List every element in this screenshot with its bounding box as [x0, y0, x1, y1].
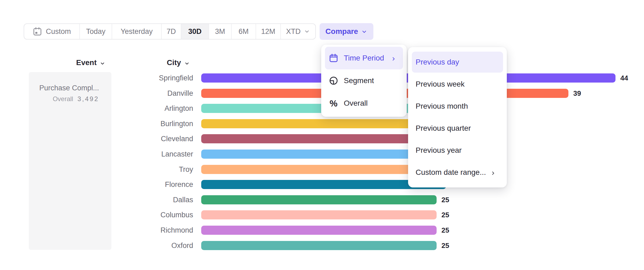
date-range-label: XTD [286, 27, 301, 36]
event-column-header[interactable]: Event [76, 58, 105, 68]
compare-button[interactable]: Compare [320, 23, 373, 40]
bar-label-troy: Troy [115, 165, 193, 174]
submenu-item-custom-date-range[interactable]: Custom date range... [412, 162, 503, 183]
bar-label-florence: Florence [115, 180, 193, 189]
bar-dallas[interactable] [201, 195, 437, 204]
date-range-6m[interactable]: 6M [232, 24, 256, 39]
submenu-item-label: Custom date range... [416, 168, 486, 177]
date-range-7d[interactable]: 7D [162, 24, 181, 39]
date-range-yesterday[interactable]: Yesterday [112, 24, 162, 39]
bar-value-springfield: 44 [620, 73, 628, 83]
submenu-item-previous-year[interactable]: Previous year [412, 140, 503, 161]
submenu-item-label: Previous week [416, 80, 465, 88]
date-range-label: 12M [261, 27, 275, 36]
menu-item-overall[interactable]: %Overall [325, 92, 403, 115]
bar-label-danville: Danville [115, 89, 193, 98]
chevron-down-icon [361, 28, 367, 35]
date-range-3m[interactable]: 3M [209, 24, 232, 39]
bar-richmond[interactable] [201, 226, 437, 235]
bar-label-dallas: Dallas [115, 195, 193, 204]
bar-label-columbus: Columbus [115, 210, 193, 219]
event-metric-label: Overall [53, 95, 73, 102]
bar-value-dallas: 25 [441, 195, 449, 204]
calendar-icon [33, 27, 42, 36]
bar-label-cleveland: Cleveland [115, 134, 193, 143]
date-range-12m[interactable]: 12M [256, 24, 281, 39]
bar-value-columbus: 25 [441, 210, 449, 219]
menu-item-segment[interactable]: Segment [325, 69, 403, 92]
date-range-label: Today [86, 27, 105, 36]
menu-item-time-period[interactable]: Time Period [325, 47, 403, 69]
submenu-item-label: Previous month [416, 102, 468, 111]
bar-label-oxford: Oxford [115, 241, 193, 250]
bar-label-richmond: Richmond [115, 226, 193, 235]
date-range-custom[interactable]: Custom [24, 24, 80, 39]
event-card[interactable]: Purchase Compl... Overall3,492 [29, 72, 111, 250]
menu-item-label: Time Period [344, 54, 384, 62]
event-name: Purchase Compl... [34, 83, 99, 93]
percent-icon: % [329, 98, 338, 108]
submenu-item-label: Previous day [416, 58, 459, 66]
submenu-item-label: Previous quarter [416, 124, 471, 133]
chevron-down-icon [304, 28, 310, 35]
date-range-label: 3M [215, 27, 225, 36]
city-header-label: City [167, 58, 181, 67]
event-metric-value: 3,492 [77, 95, 99, 102]
chevron-right-icon [490, 169, 496, 175]
date-range-segmented-control: CustomTodayYesterday7D30D3M6M12MXTD [24, 23, 316, 40]
bar-oxford[interactable] [201, 241, 437, 250]
bar-label-lancaster: Lancaster [115, 150, 193, 159]
analytics-report: CustomTodayYesterday7D30D3M6M12MXTD Comp… [0, 0, 644, 270]
date-range-label: Yesterday [121, 27, 153, 36]
date-range-label: Custom [46, 27, 71, 36]
chevron-down-icon [100, 60, 105, 66]
date-range-label: 6M [239, 27, 249, 36]
menu-item-label: Overall [344, 99, 368, 108]
bar-columbus[interactable] [201, 210, 437, 219]
bar-label-springfield: Springfield [115, 73, 193, 83]
city-column-header[interactable]: City [167, 58, 190, 68]
bar-label-burlington: Burlington [115, 119, 193, 128]
date-range-xtd[interactable]: XTD [281, 24, 315, 39]
submenu-item-label: Previous year [416, 146, 462, 155]
date-range-today[interactable]: Today [80, 24, 112, 39]
bar-value-danville: 39 [573, 89, 581, 98]
event-metric: Overall3,492 [34, 95, 99, 103]
segment-icon [329, 76, 338, 86]
submenu-item-previous-quarter[interactable]: Previous quarter [412, 118, 503, 139]
date-range-label: 7D [167, 27, 176, 36]
submenu-item-previous-week[interactable]: Previous week [412, 74, 503, 95]
menu-item-label: Segment [344, 76, 374, 85]
submenu-item-previous-month[interactable]: Previous month [412, 96, 503, 117]
bar-value-richmond: 25 [441, 226, 449, 235]
time-period-submenu: Previous dayPrevious weekPrevious monthP… [408, 47, 507, 187]
chevron-right-icon [391, 55, 397, 61]
bar-value-oxford: 25 [441, 241, 449, 250]
compare-button-label: Compare [325, 27, 358, 36]
submenu-item-previous-day[interactable]: Previous day [412, 52, 503, 73]
chevron-down-icon [184, 60, 190, 66]
event-header-label: Event [76, 58, 97, 67]
date-range-30d[interactable]: 30D [181, 24, 209, 39]
date-range-label: 30D [188, 27, 202, 36]
compare-dropdown-menu: Time PeriodSegment%Overall [321, 45, 407, 117]
bar-label-arlington: Arlington [115, 104, 193, 113]
calendar-icon [329, 53, 338, 63]
